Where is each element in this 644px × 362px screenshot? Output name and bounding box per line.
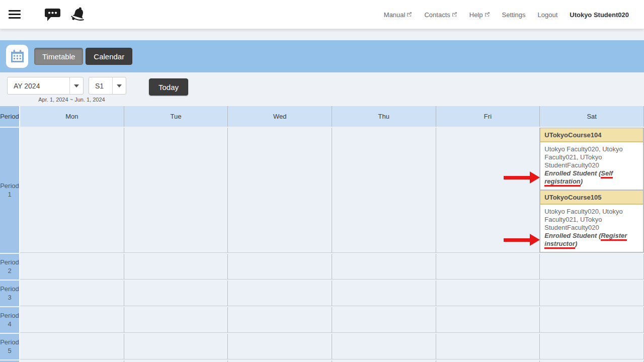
cell-fri-p5 xyxy=(436,334,540,359)
cell-wed-p3 xyxy=(228,281,332,306)
cell-mon-p1 xyxy=(20,128,124,253)
nav-manual-label: Manual xyxy=(384,11,406,19)
nav-help[interactable]: Help xyxy=(469,11,490,19)
nav-manual[interactable]: Manual xyxy=(384,11,413,19)
external-link-icon xyxy=(452,12,457,17)
top-navigation: Manual Contacts Help Settings Logout xyxy=(384,0,629,29)
cell-fri-p1 xyxy=(436,128,540,253)
status-prefix: Enrolled Student ( xyxy=(544,232,601,239)
today-button[interactable]: Today xyxy=(149,78,188,96)
day-header-sat: Sat xyxy=(540,106,644,127)
view-toolbar: Timetable Calendar xyxy=(0,40,644,72)
period-3-label: Period 3 xyxy=(0,281,20,306)
status-suffix: ) xyxy=(581,177,583,185)
cell-thu-p3 xyxy=(332,281,436,306)
course-instructors: Utokyo Faculty020, Utokyo Faculty021, UT… xyxy=(544,208,622,231)
cell-tue-p5 xyxy=(124,334,228,359)
status-suffix: ) xyxy=(575,240,577,247)
period-2-label: Period 2 xyxy=(0,254,20,280)
external-link-icon xyxy=(485,12,490,17)
logged-in-user: Utokyo Student020 xyxy=(570,11,629,19)
cell-sat-p5 xyxy=(540,334,644,359)
hamburger-menu-icon[interactable] xyxy=(9,10,21,19)
cell-thu-p5 xyxy=(332,334,436,359)
cell-fri-p3 xyxy=(436,281,540,306)
nav-logout-label: Logout xyxy=(537,11,557,19)
cell-wed-p4 xyxy=(228,307,332,333)
cell-mon-p4 xyxy=(20,307,124,333)
cell-sat-p2 xyxy=(540,254,644,280)
cell-sat-p1: UTokyoCourse104 Utokyo Faculty020, Utoky… xyxy=(540,128,644,253)
period-4-row: Period 4 xyxy=(0,307,644,333)
cell-wed-p5 xyxy=(228,334,332,359)
chevron-down-icon xyxy=(112,77,126,94)
period-3-row: Period 3 xyxy=(0,281,644,306)
cell-fri-p2 xyxy=(436,254,540,280)
notification-bell-icon[interactable] xyxy=(69,6,88,24)
course-title[interactable]: UTokyoCourse105 xyxy=(540,191,643,205)
period-1-row: Period 1 UTokyoCourse104 Utokyo Faculty0… xyxy=(0,128,644,253)
period-1-label: Period 1 xyxy=(0,128,20,253)
term-select[interactable]: S1 xyxy=(89,77,126,95)
period-4-label: Period 4 xyxy=(0,307,20,333)
calendar-icon xyxy=(11,49,24,63)
cell-thu-p1 xyxy=(332,128,436,253)
cell-mon-p5 xyxy=(20,334,124,359)
chevron-down-icon xyxy=(69,77,83,94)
day-header-thu: Thu xyxy=(332,106,436,127)
cell-thu-p2 xyxy=(332,254,436,280)
nav-contacts[interactable]: Contacts xyxy=(424,11,457,19)
day-header-fri: Fri xyxy=(436,106,540,127)
enrollment-status: Enrolled Student (Register instructor) xyxy=(544,232,639,248)
timetable-tab[interactable]: Timetable xyxy=(34,48,83,65)
status-prefix: Enrolled Student ( xyxy=(544,169,601,177)
cell-fri-p4 xyxy=(436,307,540,333)
nav-logout[interactable]: Logout xyxy=(537,11,557,19)
course-title[interactable]: UTokyoCourse104 xyxy=(540,128,643,142)
cell-tue-p4 xyxy=(124,307,228,333)
timetable-grid: Period Mon Tue Wed Thu Fri Sat Period 1 … xyxy=(0,105,644,362)
period-2-row: Period 2 xyxy=(0,254,644,280)
term-value: S1 xyxy=(89,77,112,94)
course-card-utokyocourse105[interactable]: UTokyoCourse105 Utokyo Faculty020, Utoky… xyxy=(540,190,643,252)
calendar-icon-chip[interactable] xyxy=(6,45,28,68)
filter-bar: AY 2024 S1 Today Apr. 1, 2024 ~ Jun. 1, … xyxy=(0,72,644,105)
academic-year-value: AY 2024 xyxy=(8,77,69,94)
cell-mon-p3 xyxy=(20,281,124,306)
period-5-row: Period 5 xyxy=(0,334,644,359)
cell-tue-p3 xyxy=(124,281,228,306)
timetable-header-row: Period Mon Tue Wed Thu Fri Sat xyxy=(0,106,644,127)
course-card-utokyocourse104[interactable]: UTokyoCourse104 Utokyo Faculty020, Utoky… xyxy=(540,128,643,190)
cell-sat-p3 xyxy=(540,281,644,306)
cell-tue-p1 xyxy=(124,128,228,253)
course-instructors: Utokyo Faculty020, Utokyo Faculty021, UT… xyxy=(544,145,622,169)
day-header-tue: Tue xyxy=(124,106,228,127)
term-date-range: Apr. 1, 2024 ~ Jun. 1, 2024 xyxy=(0,97,143,103)
cell-wed-p1 xyxy=(228,128,332,253)
cell-wed-p2 xyxy=(228,254,332,280)
cell-sat-p4 xyxy=(540,307,644,333)
academic-year-select[interactable]: AY 2024 xyxy=(7,77,84,95)
external-link-icon xyxy=(407,12,412,17)
period-column-header: Period xyxy=(0,106,20,127)
enrollment-status: Enrolled Student (Self registration) xyxy=(544,169,639,186)
top-header: Manual Contacts Help Settings Logout xyxy=(0,0,644,29)
day-header-mon: Mon xyxy=(20,106,124,127)
nav-settings[interactable]: Settings xyxy=(502,11,526,19)
day-header-wed: Wed xyxy=(228,106,332,127)
period-5-label: Period 5 xyxy=(0,334,20,359)
nav-contacts-label: Contacts xyxy=(424,11,450,19)
nav-settings-label: Settings xyxy=(502,11,526,19)
cell-tue-p2 xyxy=(124,254,228,280)
chat-bubble-icon[interactable] xyxy=(44,7,61,22)
cell-thu-p4 xyxy=(332,307,436,333)
nav-help-label: Help xyxy=(469,11,483,19)
cell-mon-p2 xyxy=(20,254,124,280)
calendar-tab[interactable]: Calendar xyxy=(86,48,132,65)
